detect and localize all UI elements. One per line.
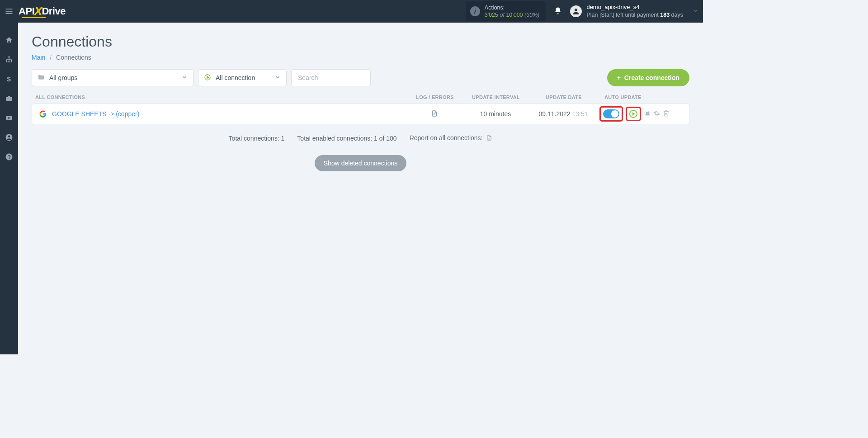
chevron-down-icon xyxy=(181,74,188,82)
update-interval: 10 minutes xyxy=(464,110,527,118)
sidebar-profile-icon[interactable] xyxy=(5,133,13,143)
svg-text:?: ? xyxy=(8,154,10,160)
folder-icon xyxy=(38,74,45,82)
topbar: APIXDrive i Actions: 3'025 of 10'000 (30… xyxy=(0,0,703,23)
avatar-icon xyxy=(570,5,582,17)
groups-dropdown[interactable]: All groups xyxy=(32,69,193,86)
filter-row: All groups All connection + Create conne… xyxy=(32,69,689,86)
info-icon: i xyxy=(470,6,480,16)
main-content: Connections Main / Connections All group… xyxy=(18,23,703,354)
svg-rect-7 xyxy=(11,61,12,62)
breadcrumb: Main / Connections xyxy=(32,54,689,61)
chevron-down-icon xyxy=(693,8,698,15)
svg-point-13 xyxy=(8,136,10,138)
delete-button[interactable] xyxy=(663,110,670,118)
menu-toggle-button[interactable] xyxy=(2,5,16,18)
svg-point-3 xyxy=(575,9,577,11)
chevron-down-icon xyxy=(274,74,281,82)
breadcrumb-current: Connections xyxy=(56,54,91,61)
summary-line: Total connections: 1 Total enabled conne… xyxy=(32,134,689,142)
sidebar-help-icon[interactable]: ? xyxy=(5,153,13,162)
user-name: demo_apix-drive_s4 xyxy=(586,4,683,11)
highlight-run xyxy=(626,107,641,121)
sidebar-video-icon[interactable] xyxy=(5,114,13,123)
logo[interactable]: APIXDrive xyxy=(19,4,66,19)
create-connection-button[interactable]: + Create connection xyxy=(607,69,689,86)
total-connections: Total connections: 1 xyxy=(229,135,285,142)
svg-rect-20 xyxy=(646,112,650,116)
copy-button[interactable] xyxy=(644,110,651,118)
svg-rect-9 xyxy=(6,97,12,101)
breadcrumb-main-link[interactable]: Main xyxy=(32,54,45,61)
auto-update-toggle[interactable] xyxy=(603,109,619,118)
sidebar-home-icon[interactable] xyxy=(5,36,13,46)
svg-marker-17 xyxy=(207,76,209,78)
sidebar-connections-icon[interactable] xyxy=(5,56,13,65)
show-deleted-button[interactable]: Show deleted connections xyxy=(315,155,406,171)
settings-button[interactable] xyxy=(653,110,660,118)
report-all: Report on all connections: xyxy=(410,134,493,142)
sidebar: $ ? xyxy=(0,23,18,354)
svg-rect-6 xyxy=(9,61,10,62)
report-button[interactable] xyxy=(486,135,492,142)
svg-rect-4 xyxy=(9,57,10,58)
actions-label: Actions: xyxy=(485,4,540,11)
highlight-toggle xyxy=(599,106,623,122)
plus-icon: + xyxy=(617,74,621,81)
svg-rect-5 xyxy=(6,61,7,62)
log-button[interactable] xyxy=(431,111,438,118)
status-dropdown[interactable]: All connection xyxy=(198,69,287,86)
user-plan: Plan |Start| left until payment 183 days xyxy=(586,11,683,19)
notifications-button[interactable] xyxy=(554,7,562,16)
sidebar-billing-icon[interactable]: $ xyxy=(5,75,13,85)
connection-row: GOOGLE SHEETS -> (copper) 10 minutes 09.… xyxy=(32,104,689,124)
update-date: 09.11.2022 13:51 xyxy=(527,110,599,118)
svg-text:$: $ xyxy=(7,75,11,83)
page-title: Connections xyxy=(32,33,689,50)
actions-counter[interactable]: i Actions: 3'025 of 10'000 (30%) xyxy=(466,1,546,22)
google-icon xyxy=(39,110,47,118)
user-menu[interactable]: demo_apix-drive_s4 Plan |Start| left unt… xyxy=(570,4,698,19)
sidebar-briefcase-icon[interactable] xyxy=(5,94,13,104)
run-now-button[interactable] xyxy=(629,110,637,118)
play-circle-icon xyxy=(204,74,211,82)
search-input[interactable] xyxy=(291,69,371,86)
connection-name-link[interactable]: GOOGLE SHEETS -> (copper) xyxy=(52,110,139,118)
enabled-connections: Total enabled connections: 1 of 100 xyxy=(297,135,396,142)
table-header: ALL CONNECTIONS LOG / ERRORS UPDATE INTE… xyxy=(32,94,689,104)
